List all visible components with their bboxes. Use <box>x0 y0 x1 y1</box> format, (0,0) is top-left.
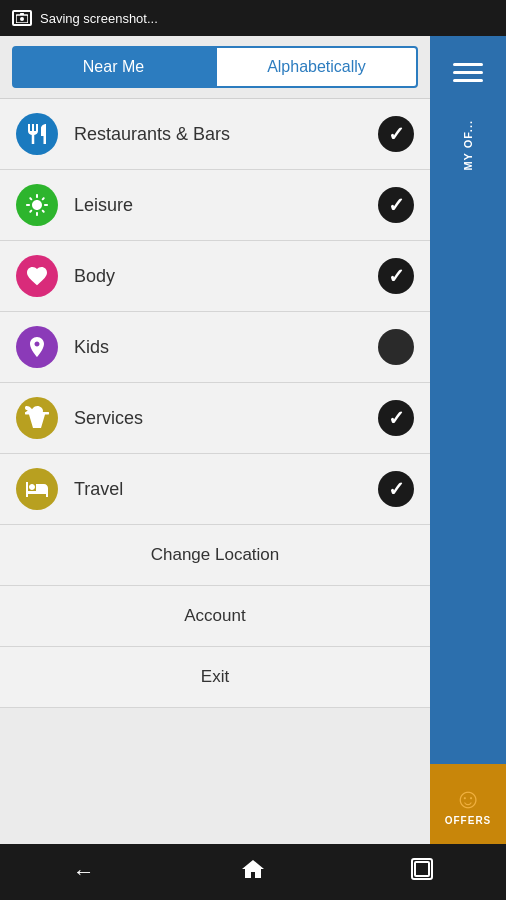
status-bar: Saving screenshot... <box>0 0 506 36</box>
svg-rect-4 <box>415 862 429 876</box>
restaurants-checkbox[interactable] <box>378 116 414 152</box>
travel-checkbox[interactable] <box>378 471 414 507</box>
hamburger-button[interactable] <box>440 44 496 100</box>
svg-point-1 <box>20 17 24 21</box>
category-services[interactable]: Services <box>0 383 430 454</box>
change-location-button[interactable]: Change Location <box>0 525 430 586</box>
category-restaurants[interactable]: Restaurants & Bars <box>0 99 430 170</box>
leisure-label: Leisure <box>74 195 378 216</box>
main-container: Near Me Alphabetically Restaurants & Bar… <box>0 36 506 844</box>
exit-button[interactable]: Exit <box>0 647 430 708</box>
category-body[interactable]: Body <box>0 241 430 312</box>
offers-button[interactable]: ☺ OFFERS <box>430 764 506 844</box>
menu-panel: Near Me Alphabetically Restaurants & Bar… <box>0 36 430 844</box>
alphabetically-tab[interactable]: Alphabetically <box>215 46 418 88</box>
services-label: Services <box>74 408 378 429</box>
back-button[interactable]: ← <box>65 851 103 893</box>
account-button[interactable]: Account <box>0 586 430 647</box>
restaurants-icon <box>16 113 58 155</box>
status-text: Saving screenshot... <box>40 11 158 26</box>
smiley-icon: ☺ <box>454 783 483 815</box>
category-leisure[interactable]: Leisure <box>0 170 430 241</box>
kids-icon <box>16 326 58 368</box>
right-sidebar: MY OF... <box>430 36 506 844</box>
recent-apps-button[interactable] <box>403 850 441 894</box>
kids-checkbox[interactable] <box>378 329 414 365</box>
services-icon <box>16 397 58 439</box>
category-kids[interactable]: Kids <box>0 312 430 383</box>
toggle-bar: Near Me Alphabetically <box>0 36 430 99</box>
travel-label: Travel <box>74 479 378 500</box>
leisure-checkbox[interactable] <box>378 187 414 223</box>
leisure-icon <box>16 184 58 226</box>
offers-text: OFFERS <box>445 815 492 826</box>
hamburger-line-3 <box>453 79 483 82</box>
home-button[interactable] <box>232 849 274 895</box>
svg-rect-2 <box>20 13 24 15</box>
kids-label: Kids <box>74 337 378 358</box>
body-icon <box>16 255 58 297</box>
hamburger-line-2 <box>453 71 483 74</box>
category-travel[interactable]: Travel <box>0 454 430 525</box>
near-me-tab[interactable]: Near Me <box>12 46 215 88</box>
body-label: Body <box>74 266 378 287</box>
bottom-nav: ← <box>0 844 506 900</box>
restaurants-label: Restaurants & Bars <box>74 124 378 145</box>
screenshot-icon <box>12 10 32 26</box>
hamburger-line-1 <box>453 63 483 66</box>
my-offers-label: MY OF... <box>462 120 474 171</box>
body-checkbox[interactable] <box>378 258 414 294</box>
services-checkbox[interactable] <box>378 400 414 436</box>
travel-icon <box>16 468 58 510</box>
